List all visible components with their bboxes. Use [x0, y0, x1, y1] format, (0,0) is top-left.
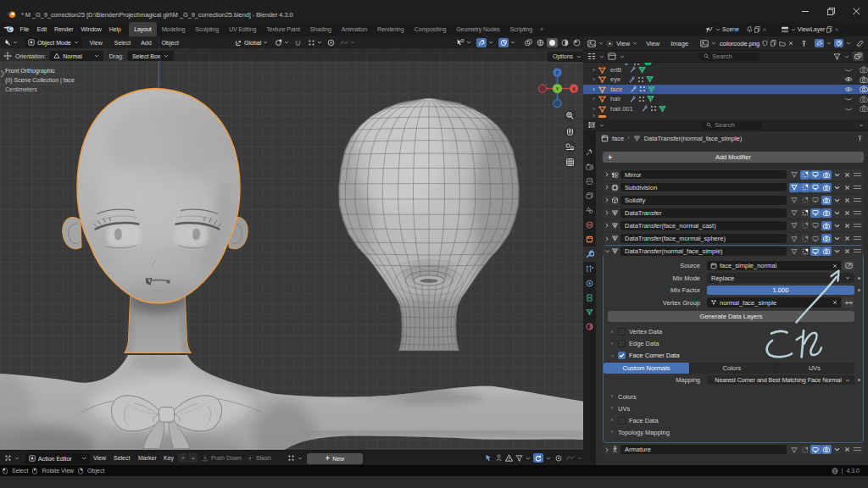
- svg-text:Y: Y: [555, 86, 559, 92]
- svg-text:Z: Z: [556, 70, 559, 75]
- svg-text:X: X: [572, 86, 576, 92]
